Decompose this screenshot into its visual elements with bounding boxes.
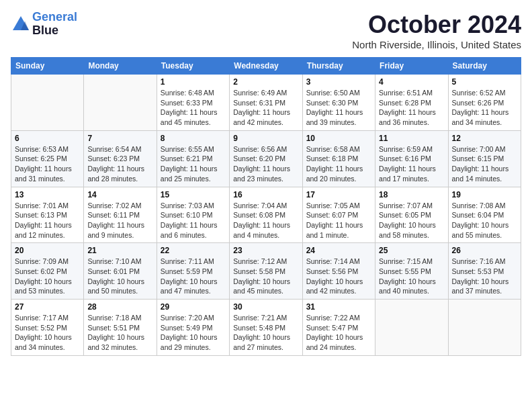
- day-info: Sunrise: 7:22 AM Sunset: 5:47 PM Dayligh…: [306, 313, 371, 353]
- logo-icon: [11, 14, 31, 34]
- day-number: 9: [233, 134, 298, 143]
- day-number: 2: [233, 77, 298, 87]
- day-info: Sunrise: 7:01 AM Sunset: 6:13 PM Dayligh…: [15, 201, 80, 240]
- calendar-cell: 22Sunrise: 7:11 AM Sunset: 5:59 PM Dayli…: [157, 243, 229, 300]
- day-number: 16: [233, 190, 298, 199]
- calendar-cell: 20Sunrise: 7:09 AM Sunset: 6:02 PM Dayli…: [11, 243, 84, 300]
- calendar-cell: 1Sunrise: 6:48 AM Sunset: 6:33 PM Daylig…: [157, 75, 229, 131]
- day-info: Sunrise: 7:17 AM Sunset: 5:52 PM Dayligh…: [15, 313, 80, 353]
- calendar-cell: [448, 300, 521, 356]
- day-info: Sunrise: 7:04 AM Sunset: 6:08 PM Dayligh…: [233, 201, 298, 240]
- calendar-week-5: 27Sunrise: 7:17 AM Sunset: 5:52 PM Dayli…: [11, 300, 521, 356]
- day-info: Sunrise: 7:08 AM Sunset: 6:04 PM Dayligh…: [452, 201, 517, 240]
- day-info: Sunrise: 7:16 AM Sunset: 5:53 PM Dayligh…: [452, 257, 517, 296]
- day-info: Sunrise: 6:52 AM Sunset: 6:26 PM Dayligh…: [452, 88, 517, 128]
- calendar-cell: 31Sunrise: 7:22 AM Sunset: 5:47 PM Dayli…: [302, 300, 375, 356]
- day-number: 29: [161, 302, 226, 312]
- calendar-cell: 13Sunrise: 7:01 AM Sunset: 6:13 PM Dayli…: [11, 187, 84, 243]
- header-thursday: Thursday: [302, 58, 375, 75]
- day-number: 25: [379, 246, 444, 255]
- calendar-cell: 27Sunrise: 7:17 AM Sunset: 5:52 PM Dayli…: [11, 300, 84, 356]
- calendar-cell: 4Sunrise: 6:51 AM Sunset: 6:28 PM Daylig…: [375, 75, 448, 131]
- calendar-cell: 24Sunrise: 7:14 AM Sunset: 5:56 PM Dayli…: [302, 243, 375, 300]
- day-number: 31: [306, 302, 371, 312]
- calendar-cell: 28Sunrise: 7:18 AM Sunset: 5:51 PM Dayli…: [84, 300, 157, 356]
- calendar-cell: 15Sunrise: 7:03 AM Sunset: 6:10 PM Dayli…: [157, 187, 229, 243]
- calendar-cell: 30Sunrise: 7:21 AM Sunset: 5:48 PM Dayli…: [230, 300, 302, 356]
- calendar-cell: 3Sunrise: 6:50 AM Sunset: 6:30 PM Daylig…: [302, 75, 375, 131]
- day-number: 4: [379, 77, 444, 87]
- day-number: 3: [306, 77, 371, 87]
- day-info: Sunrise: 7:07 AM Sunset: 6:05 PM Dayligh…: [379, 201, 444, 240]
- day-number: 24: [306, 246, 371, 255]
- day-info: Sunrise: 7:20 AM Sunset: 5:49 PM Dayligh…: [161, 313, 226, 353]
- calendar-cell: 17Sunrise: 7:05 AM Sunset: 6:07 PM Dayli…: [302, 187, 375, 243]
- calendar-week-1: 1Sunrise: 6:48 AM Sunset: 6:33 PM Daylig…: [11, 75, 521, 131]
- day-number: 15: [161, 190, 226, 199]
- header-tuesday: Tuesday: [157, 58, 229, 75]
- header-sunday: Sunday: [11, 58, 84, 75]
- calendar-cell: 10Sunrise: 6:58 AM Sunset: 6:18 PM Dayli…: [302, 130, 375, 187]
- day-info: Sunrise: 7:03 AM Sunset: 6:10 PM Dayligh…: [161, 201, 226, 240]
- day-info: Sunrise: 7:09 AM Sunset: 6:02 PM Dayligh…: [15, 257, 80, 296]
- logo: General Blue: [11, 11, 77, 38]
- calendar-week-3: 13Sunrise: 7:01 AM Sunset: 6:13 PM Dayli…: [11, 187, 521, 243]
- header-monday: Monday: [84, 58, 157, 75]
- calendar-cell: 25Sunrise: 7:15 AM Sunset: 5:55 PM Dayli…: [375, 243, 448, 300]
- calendar-table: SundayMondayTuesdayWednesdayThursdayFrid…: [11, 57, 521, 356]
- calendar-cell: 2Sunrise: 6:49 AM Sunset: 6:31 PM Daylig…: [230, 75, 302, 131]
- calendar-cell: 12Sunrise: 7:00 AM Sunset: 6:15 PM Dayli…: [448, 130, 521, 187]
- day-info: Sunrise: 7:02 AM Sunset: 6:11 PM Dayligh…: [87, 201, 152, 240]
- day-number: 10: [306, 134, 371, 143]
- calendar-cell: 5Sunrise: 6:52 AM Sunset: 6:26 PM Daylig…: [448, 75, 521, 131]
- calendar-cell: 7Sunrise: 6:54 AM Sunset: 6:23 PM Daylig…: [84, 130, 157, 187]
- calendar-cell: 9Sunrise: 6:56 AM Sunset: 6:20 PM Daylig…: [230, 130, 302, 187]
- day-number: 27: [15, 302, 80, 312]
- day-info: Sunrise: 6:54 AM Sunset: 6:23 PM Dayligh…: [87, 144, 152, 184]
- day-number: 13: [15, 190, 80, 199]
- calendar-week-4: 20Sunrise: 7:09 AM Sunset: 6:02 PM Dayli…: [11, 243, 521, 300]
- day-number: 23: [233, 246, 298, 255]
- day-info: Sunrise: 6:48 AM Sunset: 6:33 PM Dayligh…: [161, 88, 226, 128]
- logo-text: General Blue: [32, 11, 77, 38]
- day-number: 19: [452, 190, 517, 199]
- calendar-cell: 18Sunrise: 7:07 AM Sunset: 6:05 PM Dayli…: [375, 187, 448, 243]
- subtitle: North Riverside, Illinois, United States: [352, 39, 521, 50]
- day-info: Sunrise: 7:12 AM Sunset: 5:58 PM Dayligh…: [233, 257, 298, 296]
- calendar-cell: [375, 300, 448, 356]
- day-info: Sunrise: 6:55 AM Sunset: 6:21 PM Dayligh…: [161, 144, 226, 184]
- calendar-cell: [11, 75, 84, 131]
- day-info: Sunrise: 7:00 AM Sunset: 6:15 PM Dayligh…: [452, 144, 517, 184]
- header-saturday: Saturday: [448, 58, 521, 75]
- calendar-week-2: 6Sunrise: 6:53 AM Sunset: 6:25 PM Daylig…: [11, 130, 521, 187]
- day-number: 28: [87, 302, 152, 312]
- calendar-cell: 29Sunrise: 7:20 AM Sunset: 5:49 PM Dayli…: [157, 300, 229, 356]
- day-number: 11: [379, 134, 444, 143]
- calendar-cell: 21Sunrise: 7:10 AM Sunset: 6:01 PM Dayli…: [84, 243, 157, 300]
- day-info: Sunrise: 6:49 AM Sunset: 6:31 PM Dayligh…: [233, 88, 298, 128]
- day-number: 18: [379, 190, 444, 199]
- day-number: 6: [15, 134, 80, 143]
- day-info: Sunrise: 6:53 AM Sunset: 6:25 PM Dayligh…: [15, 144, 80, 184]
- day-info: Sunrise: 7:15 AM Sunset: 5:55 PM Dayligh…: [379, 257, 444, 296]
- calendar-cell: [84, 75, 157, 131]
- day-number: 7: [87, 134, 152, 143]
- day-info: Sunrise: 7:14 AM Sunset: 5:56 PM Dayligh…: [306, 257, 371, 296]
- header-wednesday: Wednesday: [230, 58, 302, 75]
- day-number: 14: [87, 190, 152, 199]
- day-info: Sunrise: 6:58 AM Sunset: 6:18 PM Dayligh…: [306, 144, 371, 184]
- calendar-cell: 26Sunrise: 7:16 AM Sunset: 5:53 PM Dayli…: [448, 243, 521, 300]
- calendar-header-row: SundayMondayTuesdayWednesdayThursdayFrid…: [11, 58, 521, 75]
- calendar-cell: 11Sunrise: 6:59 AM Sunset: 6:16 PM Dayli…: [375, 130, 448, 187]
- main-title: October 2024: [352, 11, 521, 39]
- day-info: Sunrise: 6:50 AM Sunset: 6:30 PM Dayligh…: [306, 88, 371, 128]
- day-info: Sunrise: 7:11 AM Sunset: 5:59 PM Dayligh…: [161, 257, 226, 296]
- day-number: 22: [161, 246, 226, 255]
- day-number: 1: [161, 77, 226, 87]
- day-number: 20: [15, 246, 80, 255]
- day-number: 30: [233, 302, 298, 312]
- day-number: 17: [306, 190, 371, 199]
- calendar-cell: 14Sunrise: 7:02 AM Sunset: 6:11 PM Dayli…: [84, 187, 157, 243]
- day-info: Sunrise: 6:51 AM Sunset: 6:28 PM Dayligh…: [379, 88, 444, 128]
- header-friday: Friday: [375, 58, 448, 75]
